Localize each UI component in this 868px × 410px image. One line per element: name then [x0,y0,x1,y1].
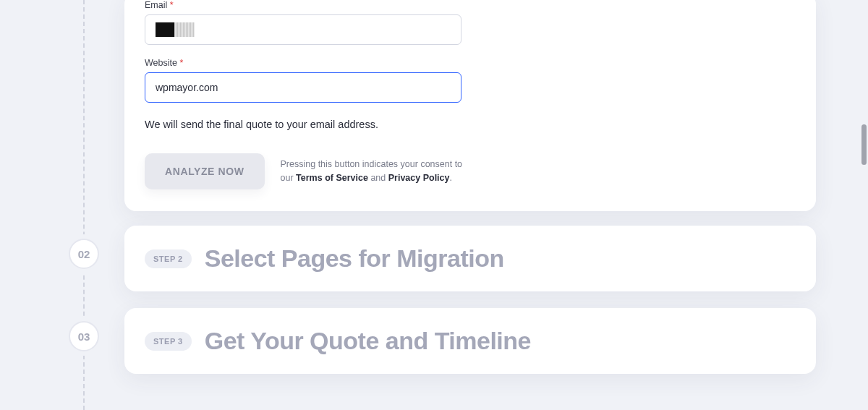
action-row: ANALYZE NOW Pressing this button indicat… [145,153,796,189]
consent-end: . [450,173,452,183]
website-label: Website * [145,58,796,68]
website-field-block: Website * [145,58,796,103]
step-3-card[interactable]: STEP 3 Get Your Quote and Timeline [124,308,816,374]
email-field[interactable] [145,14,461,45]
tos-link[interactable]: Terms of Service [296,173,368,183]
website-field[interactable] [145,72,461,103]
quote-hint-text: We will send the final quote to your ema… [145,119,796,130]
email-redacted-icon [156,15,195,44]
step-3-pill: STEP 3 [145,332,192,351]
step-circle-3: 03 [69,321,99,351]
analyze-button[interactable]: ANALYZE NOW [145,153,265,189]
email-field-block: Email * [145,0,796,45]
step-2-card[interactable]: STEP 2 Select Pages for Migration [124,226,816,291]
step-2-pill: STEP 2 [145,249,192,268]
privacy-link[interactable]: Privacy Policy [388,173,450,183]
consent-and: and [368,173,388,183]
consent-text: Pressing this button indicates your cons… [281,158,469,186]
email-required-mark: * [170,0,174,10]
step-3-header: STEP 3 Get Your Quote and Timeline [145,327,796,355]
step-circle-3-num: 03 [78,330,90,343]
step-3-title: Get Your Quote and Timeline [205,327,531,355]
email-label: Email * [145,0,796,10]
website-required-mark: * [179,58,183,68]
step-2-header: STEP 2 Select Pages for Migration [145,244,796,273]
step-circle-2: 02 [69,239,99,269]
website-label-text: Website [145,58,177,68]
step-2-title: Select Pages for Migration [205,244,504,273]
scrollbar-thumb[interactable] [861,124,867,165]
step-circle-2-num: 02 [78,248,90,260]
form-card: Email * Website * We will send the final… [124,0,816,211]
email-label-text: Email [145,0,167,10]
